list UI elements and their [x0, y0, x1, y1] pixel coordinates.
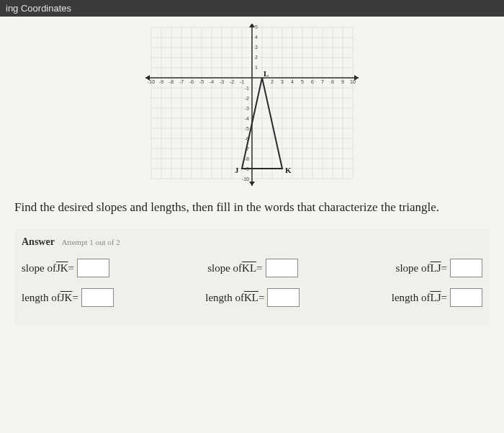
svg-text:4: 4 [255, 35, 258, 40]
svg-text:9: 9 [341, 79, 344, 84]
svg-text:-1: -1 [240, 79, 244, 84]
length-jk-input[interactable] [81, 288, 114, 307]
length-kl-input[interactable] [267, 288, 300, 307]
question-text: Find the desired slopes and lengths, the… [14, 200, 490, 215]
coordinate-graph: -10-9-8-7-6-5-4-3-2-1 2345678910 12345 -… [14, 24, 490, 189]
svg-text:1: 1 [255, 65, 258, 70]
slope-kl-input[interactable] [266, 259, 298, 277]
svg-text:-8: -8 [245, 156, 249, 161]
svg-text:2: 2 [255, 55, 258, 60]
page-header: ing Coordinates [0, 0, 504, 17]
svg-text:-10: -10 [148, 79, 155, 84]
svg-text:-8: -8 [169, 79, 174, 84]
svg-text:-3: -3 [220, 79, 224, 84]
point-label-j: J [235, 166, 239, 174]
svg-text:-1: -1 [245, 86, 249, 91]
svg-text:7: 7 [321, 79, 324, 84]
lengths-row: length of JK = length of KL = length of … [22, 288, 482, 307]
svg-text:10: 10 [350, 79, 356, 84]
answer-header: Answer Attempt 1 out of 2 [22, 236, 482, 248]
slope-lj-input[interactable] [450, 259, 482, 277]
svg-text:-2: -2 [245, 96, 249, 101]
answer-area: Answer Attempt 1 out of 2 slope of JK = … [14, 229, 490, 325]
svg-text:-7: -7 [179, 79, 184, 84]
svg-text:-6: -6 [189, 79, 194, 84]
arrow-down-icon [249, 182, 255, 186]
length-lj-group: length of LJ = [392, 288, 482, 307]
svg-text:3: 3 [255, 45, 258, 50]
length-jk-group: length of JK = [22, 288, 114, 307]
svg-text:8: 8 [331, 79, 334, 84]
svg-text:-2: -2 [230, 79, 234, 84]
slope-jk-group: slope of JK = [22, 259, 109, 277]
svg-text:6: 6 [311, 79, 314, 84]
svg-text:4: 4 [291, 79, 294, 84]
svg-text:-5: -5 [199, 79, 204, 84]
attempt-text: Attempt 1 out of 2 [61, 238, 120, 246]
svg-text:-4: -4 [245, 116, 249, 121]
main-content: -10-9-8-7-6-5-4-3-2-1 2345678910 12345 -… [0, 17, 504, 332]
svg-text:-4: -4 [210, 79, 214, 84]
svg-text:-10: -10 [242, 177, 249, 182]
point-label-k: K [285, 166, 292, 174]
length-lj-input[interactable] [450, 288, 482, 307]
slope-lj-group: slope of LJ = [396, 259, 482, 277]
slope-kl-group: slope of KL = [207, 259, 297, 277]
arrow-up-icon [249, 24, 255, 27]
length-kl-group: length of KL = [205, 288, 300, 307]
slope-jk-input[interactable] [77, 259, 109, 277]
svg-text:-9: -9 [159, 79, 163, 84]
header-title: ing Coordinates [6, 3, 71, 14]
svg-text:3: 3 [281, 79, 284, 84]
svg-text:-5: -5 [245, 126, 249, 131]
svg-text:2: 2 [271, 79, 274, 84]
point-label-l: L [264, 69, 269, 78]
svg-text:5: 5 [255, 24, 258, 30]
svg-text:5: 5 [301, 79, 304, 84]
svg-text:-3: -3 [245, 106, 249, 111]
answer-label: Answer [22, 236, 55, 247]
slopes-row: slope of JK = slope of KL = slope of LJ … [22, 259, 482, 277]
